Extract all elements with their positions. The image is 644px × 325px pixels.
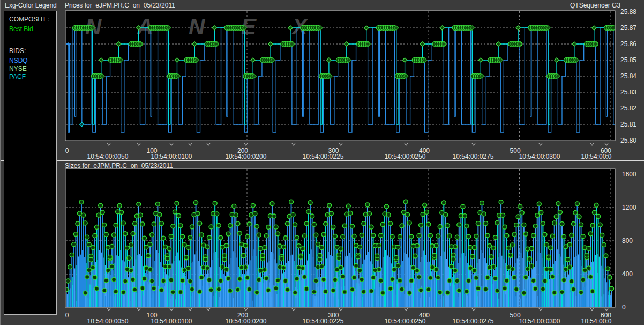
event-chevron-icon <box>189 143 192 145</box>
size-quote-circle-icon <box>257 278 261 282</box>
size-quote-circle-icon <box>545 243 549 247</box>
size-quote-circle-icon <box>259 268 263 272</box>
size-quote-circle-icon <box>537 202 541 206</box>
size-quote-circle-icon <box>85 275 89 279</box>
size-quote-circle-icon <box>184 255 189 260</box>
size-quote-circle-icon <box>380 222 385 226</box>
size-quote-circle-icon <box>527 257 531 261</box>
size-quote-circle-icon <box>117 203 122 208</box>
size-quote-circle-icon <box>419 223 423 227</box>
size-quote-circle-icon <box>331 225 335 229</box>
size-quote-circle-icon <box>588 232 593 236</box>
size-quote-circle-icon <box>441 201 446 205</box>
size-quote-circle-icon <box>467 234 471 239</box>
event-chevron-icon <box>405 143 408 145</box>
svg-text:25.86: 25.86 <box>620 40 636 48</box>
size-quote-circle-icon <box>581 234 585 239</box>
size-quote-circle-icon <box>476 286 480 291</box>
size-quote-circle-icon <box>590 289 595 293</box>
size-quote-circle-icon <box>485 276 490 280</box>
size-quote-circle-icon <box>175 201 179 205</box>
size-quote-circle-icon <box>444 213 448 217</box>
event-chevron-icon <box>605 308 608 311</box>
size-quote-circle-icon <box>539 210 543 215</box>
size-quote-circle-icon <box>482 212 486 216</box>
size-quote-circle-icon <box>199 233 204 237</box>
size-quote-circle-icon <box>379 279 383 283</box>
panel-separator <box>1 160 644 161</box>
size-quote-circle-icon <box>335 268 339 272</box>
price-chart: N A N E X <box>65 11 644 141</box>
size-quote-circle-icon <box>293 291 297 295</box>
size-quote-circle-icon <box>390 277 394 282</box>
size-quote-circle-icon <box>566 257 570 262</box>
size-quote-circle-icon <box>523 232 528 236</box>
size-quote-circle-icon <box>598 223 602 227</box>
size-quote-circle-icon <box>181 234 185 239</box>
size-quote-circle-icon <box>297 265 301 270</box>
size-quote-circle-icon <box>499 200 503 204</box>
size-quote-circle-icon <box>81 213 86 217</box>
size-quote-circle-icon <box>573 211 578 215</box>
size-quote-circle-icon <box>337 256 341 260</box>
event-chevron-icon <box>292 308 295 311</box>
size-quote-circle-icon <box>377 243 381 248</box>
size-quote-circle-icon <box>549 246 553 250</box>
size-quote-circle-icon <box>398 234 402 239</box>
svg-text:400: 400 <box>622 270 633 278</box>
size-quote-circle-icon <box>177 213 181 218</box>
svg-text:25.82: 25.82 <box>620 105 636 112</box>
size-quote-circle-icon <box>99 203 103 208</box>
size-quote-circle-icon <box>112 233 116 237</box>
legend-item-nyse: NYSE <box>9 65 27 72</box>
svg-text:10:54:00:0300: 10:54:00:0300 <box>519 317 560 325</box>
size-quote-circle-icon <box>535 213 540 218</box>
size-quote-circle-icon <box>209 288 213 292</box>
size-quote-circle-icon <box>219 279 223 283</box>
size-quote-circle-icon <box>263 246 267 250</box>
size-quote-circle-icon <box>114 290 118 294</box>
size-quote-circle-icon <box>260 254 265 258</box>
size-quote-circle-icon <box>316 242 320 246</box>
size-quote-circle-icon <box>169 278 173 282</box>
size-quote-circle-icon <box>472 246 476 250</box>
svg-text:1200: 1200 <box>622 204 636 211</box>
size-quote-circle-icon <box>247 222 251 226</box>
size-quote-circle-icon <box>301 247 305 251</box>
size-quote-circle-icon <box>239 265 244 270</box>
svg-text:10:54:00:0: 10:54:00:0 <box>581 317 612 325</box>
size-quote-circle-icon <box>234 213 238 217</box>
size-quote-circle-icon <box>491 246 496 250</box>
size-quote-circle-icon <box>314 233 318 237</box>
size-quote-circle-icon <box>298 255 303 259</box>
size-quote-circle-icon <box>398 278 402 283</box>
size-quote-circle-icon <box>550 275 555 279</box>
size-quote-circle-icon <box>564 267 568 271</box>
size-quote-circle-icon <box>533 224 537 228</box>
event-chevron-icon <box>107 143 110 145</box>
event-chevron-icon <box>605 143 608 145</box>
size-quote-circle-icon <box>352 234 356 239</box>
svg-text:800: 800 <box>622 237 633 245</box>
size-quote-circle-icon <box>237 277 242 281</box>
size-quote-circle-icon <box>123 279 128 283</box>
size-quote-circle-icon <box>462 214 467 218</box>
size-quote-circle-icon <box>593 210 597 215</box>
size-quote-circle-icon <box>123 232 128 236</box>
size-quote-circle-icon <box>445 291 450 295</box>
size-quote-circle-icon <box>289 200 294 204</box>
size-quote-circle-icon <box>242 254 246 258</box>
size-quote-circle-icon <box>93 275 97 279</box>
size-quote-circle-icon <box>428 276 432 280</box>
size-quote-circle-icon <box>406 212 410 217</box>
size-quote-circle-icon <box>488 265 492 270</box>
size-quote-circle-icon <box>605 267 610 271</box>
size-quote-circle-icon <box>319 246 324 250</box>
event-chevron-icon <box>207 143 210 145</box>
size-quote-circle-icon <box>274 286 278 291</box>
size-quote-circle-icon <box>108 255 112 259</box>
size-quote-circle-icon <box>188 235 192 240</box>
size-quote-circle-icon <box>148 242 152 247</box>
size-quote-circle-icon <box>306 210 311 214</box>
size-quote-circle-icon <box>339 247 343 251</box>
